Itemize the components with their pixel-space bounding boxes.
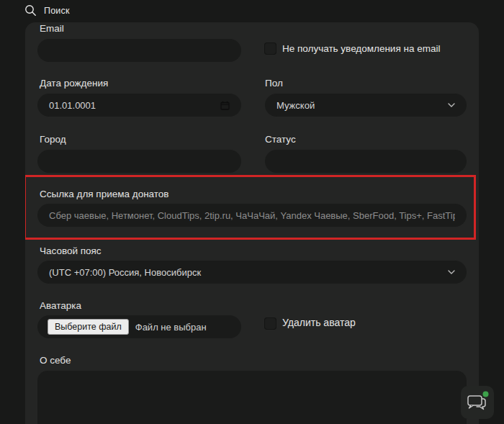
avatar-label: Аватарка (40, 300, 81, 311)
gender-value: Мужской (276, 100, 315, 111)
about-label: О себе (40, 355, 71, 366)
chat-icon (464, 389, 490, 415)
timezone-select[interactable]: (UTC +07:00) Россия, Новосибирск (37, 261, 467, 284)
timezone-value: (UTC +07:00) Россия, Новосибирск (49, 267, 201, 278)
top-bar: Поиск (0, 0, 504, 22)
email-label: Email (40, 23, 64, 34)
file-status-text: Файл не выбран (135, 322, 207, 333)
status-field[interactable] (265, 150, 467, 173)
search-button[interactable]: Поиск (24, 4, 70, 17)
email-optout-label[interactable]: Не получать уведомления на email (282, 43, 440, 54)
birthdate-value: 01.01.0001 (49, 100, 96, 111)
birthdate-field[interactable]: 01.01.0001 (37, 94, 241, 117)
city-label: Город (40, 134, 66, 145)
chevron-down-icon (448, 270, 455, 274)
profile-form-panel: Email Не получать уведомления на email Д… (25, 22, 479, 424)
search-label: Поиск (44, 6, 70, 16)
timezone-label: Часовой пояс (40, 245, 102, 256)
gender-label: Пол (265, 78, 283, 89)
city-field[interactable] (37, 150, 241, 173)
birthdate-label: Дата рождения (40, 78, 108, 89)
email-optout-checkbox[interactable] (264, 42, 276, 55)
about-textarea[interactable] (37, 371, 467, 424)
delete-avatar-checkbox[interactable] (264, 317, 276, 330)
calendar-icon[interactable] (220, 101, 230, 110)
chevron-down-icon (448, 103, 455, 107)
email-field[interactable] (37, 39, 241, 62)
choose-file-button[interactable]: Выберите файл (48, 319, 129, 335)
donation-link-field[interactable] (37, 204, 467, 227)
notification-dot (483, 392, 489, 397)
search-icon (24, 4, 37, 17)
delete-avatar-label[interactable]: Удалить аватар (282, 317, 356, 328)
donation-link-label: Ссылка для приема донатов (40, 189, 169, 199)
status-label: Статус (265, 134, 296, 145)
avatar-file-input[interactable]: Выберите файл Файл не выбран (37, 315, 241, 338)
chat-widget-button[interactable] (461, 386, 494, 419)
gender-select[interactable]: Мужской (265, 94, 467, 117)
